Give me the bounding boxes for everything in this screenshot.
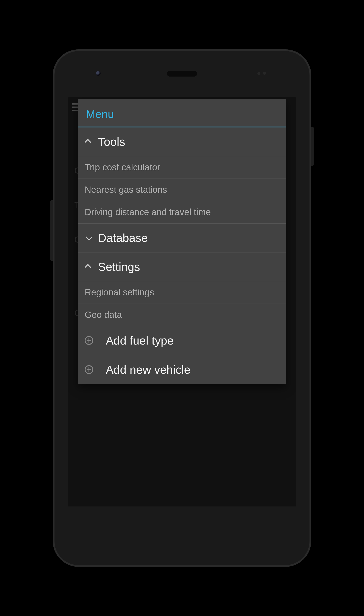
item-regional-settings[interactable]: Regional settings [78,281,286,304]
screen: G T C C Menu Tools Trip cost calculator … [68,97,296,506]
chevron-down-icon [85,234,92,242]
section-tools[interactable]: Tools [78,127,286,156]
item-trip-cost-calculator[interactable]: Trip cost calculator [78,156,286,179]
item-nearest-gas-stations[interactable]: Nearest gas stations [78,179,286,201]
plus-circle-icon [85,336,93,345]
menu-title: Menu [86,108,278,121]
sensor-dots [257,72,268,75]
menu-dialog: Menu Tools Trip cost calculator Nearest … [78,99,286,384]
action-add-new-vehicle[interactable]: Add new vehicle [78,355,286,384]
section-label: Database [98,231,148,245]
chevron-up-icon [85,263,92,271]
item-label: Driving distance and travel time [85,207,211,217]
chevron-up-icon [85,138,92,146]
item-label: Regional settings [85,287,154,298]
section-label: Tools [98,135,125,148]
item-label: Nearest gas stations [85,185,167,195]
phone-frame: G T C C Menu Tools Trip cost calculator … [53,49,311,567]
earpiece-grill [167,71,197,77]
item-geo-data[interactable]: Geo data [78,304,286,326]
section-label: Settings [98,260,140,274]
section-database[interactable]: Database [78,224,286,252]
action-label: Add fuel type [106,334,174,347]
action-label: Add new vehicle [106,363,190,376]
plus-circle-icon [85,365,93,374]
action-add-fuel-type[interactable]: Add fuel type [78,326,286,355]
front-camera [96,71,101,76]
section-settings[interactable]: Settings [78,252,286,281]
item-label: Trip cost calculator [85,162,160,173]
item-label: Geo data [85,310,122,320]
item-driving-distance[interactable]: Driving distance and travel time [78,201,286,224]
menu-header: Menu [78,99,286,127]
